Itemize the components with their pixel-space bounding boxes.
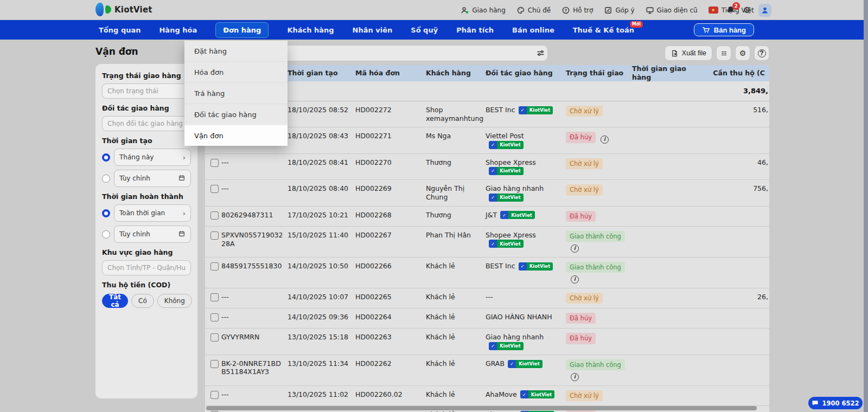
table-body: 18/10/2025 08:52HD002272Shop xemaymanhtu…	[205, 101, 769, 412]
help-button[interactable]: ?	[754, 46, 769, 61]
export-file-button[interactable]: Xuất file	[665, 46, 712, 61]
horizontal-scrollbar[interactable]	[206, 406, 757, 410]
table-settings-button[interactable]: ⚙	[735, 46, 750, 61]
nav-item-on-hang[interactable]: Đơn hàng	[215, 22, 269, 38]
topbar-item-chu-e[interactable]: Chủ đề	[516, 6, 551, 15]
cell-customer: Nguyễn Thị Chung	[426, 180, 486, 205]
cell-customer: Thương	[426, 207, 486, 226]
row-checkbox[interactable]	[210, 262, 219, 271]
cell-cod-amount	[703, 355, 769, 385]
kiotviet-logo[interactable]: KiotViet	[95, 3, 152, 16]
done-time-radio-selected[interactable]	[102, 209, 110, 217]
row-checkbox[interactable]	[210, 333, 219, 342]
menu-item-tra-hang[interactable]: Trả hàng	[184, 82, 288, 104]
cell-customer: Khách lẻ	[426, 258, 486, 288]
nav-item-phan-tich[interactable]: Phân tích	[456, 26, 494, 34]
row-checkbox[interactable]	[210, 185, 219, 193]
row-checkbox[interactable]	[210, 313, 219, 321]
row-checkbox[interactable]	[210, 211, 219, 220]
cod-option-tat-ca[interactable]: Tất cả	[102, 294, 128, 308]
menu-item-hoa-on[interactable]: Hóa đơn	[184, 61, 288, 82]
sell-button[interactable]: Bán hàng	[694, 23, 754, 36]
column-header-cod: Cần thu hộ (C	[703, 69, 769, 78]
column-header-customer: Khách hàng	[426, 69, 486, 78]
menu-item-oi-tac-giao-hang[interactable]: Đối tác giao hàng	[184, 104, 288, 125]
row-checkbox[interactable]	[210, 159, 219, 167]
done-time-custom-radio[interactable]	[102, 230, 110, 239]
done-time-custom-button[interactable]: Tùy chỉnh	[114, 226, 191, 243]
table-toolbar: Xuất file ⚙ ?	[655, 46, 769, 61]
area-filter-input[interactable]	[102, 260, 191, 275]
partner-name: GIAO HÀNG NHANH	[486, 313, 552, 321]
kiotviet-badge: ✓KiotViet	[489, 141, 524, 149]
user-avatar[interactable]	[758, 4, 771, 17]
kiotviet-badge-label: KiotViet	[508, 211, 535, 219]
filter-sliders-icon[interactable]	[533, 46, 547, 60]
support-hotline-button[interactable]: 1900 6522	[808, 397, 863, 409]
cell-invoice-code: HD002269	[355, 180, 426, 205]
column-header-dtime: Thời gian giao hàng	[632, 65, 703, 82]
topbar-item-gop-y[interactable]: Góp ý	[604, 6, 634, 15]
kiotviet-badge: ✓KiotViet	[520, 390, 555, 398]
cell-cod-amount	[703, 386, 769, 405]
info-icon[interactable]: i	[571, 275, 579, 284]
cell-partner: BEST Inc✓KiotViet	[486, 258, 566, 288]
topbar-item-giao-hang[interactable]: Giao hàng	[461, 6, 505, 15]
chat-bubble-icon	[812, 400, 819, 407]
nav-item-khach-hang[interactable]: Khách hàng	[287, 26, 334, 34]
cell-delivery-time	[632, 154, 703, 179]
created-time-custom-radio[interactable]	[102, 175, 110, 183]
partner-filter-input[interactable]	[102, 116, 191, 131]
nav-item-ban-online[interactable]: Bán online	[512, 26, 554, 34]
column-header-invoice: Mã hóa đơn	[355, 69, 426, 78]
partner-name: AhaMove	[486, 390, 517, 398]
cell-status: Chờ xử lý	[566, 101, 632, 127]
row-checkbox[interactable]	[210, 360, 219, 368]
status-badge: Đã hủy	[566, 313, 596, 324]
check-icon: ✓	[489, 194, 497, 202]
check-icon: ✓	[519, 106, 527, 114]
cell-customer: Phan Thị Hân	[426, 227, 486, 257]
table-header-row: Thời gian tạoMã hóa đơnKhách hàngĐối tác…	[205, 65, 769, 81]
row-checkbox[interactable]	[210, 231, 219, 240]
table-row: ---14/10/2025 10:07HD002265Khách lẻ---Ch…	[205, 288, 769, 308]
status-filter-input[interactable]	[102, 83, 191, 99]
topbar-item-giao-dien-cu[interactable]: Giao diện cũ	[646, 6, 698, 15]
notification-bell-icon[interactable]: 2	[726, 5, 736, 15]
cell-delivery-time	[632, 207, 703, 226]
table-row: BK-2-0NNRE71BDB51184X1AY313/10/2025 11:3…	[205, 355, 769, 386]
vertical-scrollbar[interactable]	[864, 0, 868, 412]
settings-gear-icon[interactable]: ⚙	[743, 6, 751, 15]
created-time-custom-button[interactable]: Tùy chỉnh	[114, 170, 191, 187]
info-icon[interactable]: i	[601, 136, 609, 144]
info-icon[interactable]: i	[571, 373, 579, 381]
created-time-option-button[interactable]: Tháng này ›	[114, 149, 191, 166]
done-time-option-button[interactable]: Toàn thời gian ›	[114, 204, 191, 222]
cell-invoice-code: HD002260.02	[355, 386, 426, 405]
nav-item-hang-hoa[interactable]: Hàng hóa	[159, 26, 197, 34]
nav-item-thue-ke-toan[interactable]: Thuế & Kế toánMới	[573, 26, 634, 34]
partner-name: J&T	[486, 211, 497, 219]
cell-invoice-code: HD002271	[355, 127, 426, 153]
calendar-icon	[178, 230, 186, 239]
kiotviet-badge-label: KiotViet	[516, 360, 542, 368]
nav-item-tong-quan[interactable]: Tổng quan	[99, 26, 141, 34]
delivery-icon	[461, 6, 469, 15]
nav-item-nhan-vien[interactable]: Nhân viên	[353, 26, 393, 34]
nav-item-so-quy[interactable]: Sổ quỹ	[411, 26, 438, 34]
row-checkbox[interactable]	[210, 293, 219, 301]
cell-delivery-time	[632, 101, 703, 127]
table-row: 8485917555183014/10/2025 10:50HD002266Kh…	[205, 258, 769, 288]
notification-count-badge: 2	[732, 2, 740, 10]
cod-option-co[interactable]: Có	[131, 294, 154, 308]
menu-item-at-hang[interactable]: Đặt hàng	[184, 41, 288, 61]
menu-item-van-on[interactable]: Vận đơn	[184, 125, 288, 146]
chevron-right-icon: ›	[183, 153, 186, 162]
created-time-radio-selected[interactable]	[102, 153, 110, 162]
row-checkbox[interactable]	[210, 391, 219, 399]
column-settings-button[interactable]	[716, 46, 731, 61]
cod-option-khong[interactable]: Không	[157, 294, 192, 308]
topbar-item-label: Chủ đề	[528, 7, 551, 14]
info-icon[interactable]: i	[571, 244, 579, 253]
topbar-item-ho-tro[interactable]: ?Hỗ trợ	[561, 6, 593, 15]
